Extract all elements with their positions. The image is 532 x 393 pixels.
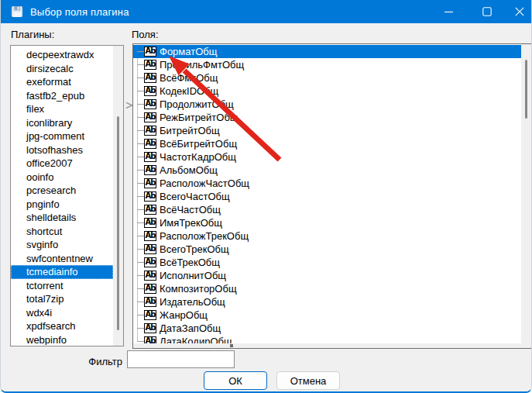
field-tree-item[interactable]: AbРасположТрекОбщ — [133, 229, 521, 243]
text-field-type-icon: Ab — [144, 99, 156, 109]
field-tree-item[interactable]: AbПродолжитОбщ — [133, 98, 521, 111]
field-label: ПрофильФмтОбщ — [160, 59, 244, 71]
field-label: ИздательОбщ — [160, 296, 225, 308]
plugin-list-item[interactable]: pcresearch — [11, 184, 113, 198]
tree-branch-line — [137, 222, 144, 223]
field-tree-item[interactable]: AbРасположЧастОбщ — [133, 177, 521, 190]
plugins-listbox[interactable]: decpeextrawdxdirsizecalcexeformatfastfb2… — [10, 45, 124, 346]
plugin-list-item[interactable]: shortcut — [11, 225, 113, 239]
plugin-list-item[interactable]: total7zip — [11, 292, 113, 306]
text-field-type-icon: Ab — [144, 191, 156, 202]
field-tree-item[interactable]: AbБитрейтОбщ — [133, 124, 521, 137]
plugins-label: Плагины: — [11, 29, 54, 40]
tree-branch-line — [137, 117, 144, 118]
field-tree-item[interactable]: AbФорматОбщ — [133, 45, 521, 58]
field-tree-item[interactable]: AbАльбомОбщ — [133, 164, 521, 177]
field-label: ВсёФмтОбщ — [160, 72, 218, 84]
field-label: ЖанрОбщ — [160, 309, 208, 321]
text-field-type-icon: Ab — [144, 271, 156, 281]
plugin-list-item[interactable]: fastfb2_epub — [11, 89, 113, 103]
filter-input[interactable] — [127, 350, 235, 368]
maximize-icon — [482, 7, 492, 16]
tree-branch-line — [137, 78, 144, 78]
field-tree-item[interactable]: AbИсполнитОбщ — [133, 269, 521, 282]
field-tree-item[interactable]: AbВсёФмтОбщ — [133, 71, 521, 84]
plugin-list-item[interactable]: iconlibrary — [11, 116, 113, 130]
plugin-list-item[interactable]: tctorrent — [11, 279, 113, 293]
field-label: ВсегоЧастОбщ — [160, 191, 230, 202]
tree-branch-line — [137, 262, 144, 263]
cancel-button[interactable]: Отмена — [276, 371, 340, 390]
plugin-list-item[interactable]: ooinfo — [11, 171, 113, 184]
field-label: БитрейтОбщ — [160, 125, 220, 136]
field-tree-item[interactable]: AbИмяТрекОбщ — [133, 216, 521, 229]
minimize-button[interactable] — [433, 0, 464, 23]
field-label: ЧастотКадрОбщ — [160, 151, 236, 163]
plugin-list-item[interactable]: webpinfo — [11, 333, 113, 346]
plugin-list-item[interactable]: dirsizecalc — [11, 62, 113, 76]
plugin-list-item[interactable]: tcmediainfo — [11, 265, 113, 279]
tree-branch-line — [137, 91, 144, 91]
field-tree-item[interactable]: AbВсёТрекОбщ — [133, 256, 521, 269]
tree-branch-line — [137, 302, 144, 302]
field-label: ВсегоТрекОбщ — [160, 243, 229, 255]
field-tree-item[interactable]: AbВсегоЧастОбщ — [133, 190, 521, 203]
field-label: АльбомОбщ — [160, 164, 218, 176]
fields-scrollbar-vertical-thumb[interactable] — [525, 60, 527, 119]
field-tree-item[interactable]: AbКодекIDОбщ — [133, 84, 521, 98]
tree-branch-line — [137, 288, 144, 289]
field-tree-item[interactable]: AbДатаЗапОбщ — [133, 322, 521, 335]
tree-branch-line — [137, 341, 144, 342]
tree-branch-line — [137, 183, 144, 184]
fields-scrollbar-horizontal-thumb[interactable] — [230, 344, 233, 347]
field-label: ИмяТрекОбщ — [160, 217, 222, 229]
minimize-icon — [444, 8, 453, 16]
plugin-list-item[interactable]: office2007 — [11, 157, 113, 171]
filter-label: Фильтр — [78, 356, 122, 367]
field-tree-item[interactable]: AbРежБитрейтОбщ — [133, 111, 521, 124]
field-tree-item[interactable]: AbЖанрОбщ — [133, 309, 521, 322]
tree-root-expander-icon[interactable]: > — [125, 98, 134, 111]
text-field-type-icon: Ab — [144, 257, 156, 267]
tree-branch-line — [137, 143, 144, 144]
plugin-list-item[interactable]: xpdfsearch — [11, 319, 113, 333]
maximize-button[interactable] — [472, 0, 503, 23]
plugins-scrollbar[interactable] — [113, 46, 123, 346]
field-tree-item[interactable]: AbВсегоТрекОбщ — [133, 243, 521, 256]
text-field-type-icon: Ab — [144, 297, 156, 307]
field-tree-item[interactable]: AbВсёЧастОбщ — [133, 203, 521, 216]
plugins-scrollbar-thumb[interactable] — [117, 116, 119, 330]
field-tree-item[interactable]: AbИздательОбщ — [133, 295, 521, 309]
text-field-type-icon: Ab — [144, 47, 156, 57]
field-tree-item[interactable]: AbДатаКодирОбщ — [133, 335, 521, 343]
text-field-type-icon: Ab — [144, 73, 156, 83]
field-label: КомпозиторОбщ — [160, 283, 237, 295]
plugin-list-item[interactable]: wdx4i — [11, 306, 113, 320]
field-tree-item[interactable]: AbВсёБитрейтОбщ — [133, 137, 521, 150]
window-app-icon — [11, 5, 23, 18]
text-field-type-icon: Ab — [144, 126, 156, 136]
text-field-type-icon: Ab — [144, 60, 156, 70]
field-label: ИсполнитОбщ — [160, 270, 226, 281]
plugin-list-item[interactable]: decpeextrawdx — [11, 48, 113, 62]
fields-scrollbar-vertical[interactable] — [521, 44, 531, 348]
plugin-list-item[interactable]: filex — [11, 102, 113, 116]
field-label: КодекIDОбщ — [160, 85, 218, 97]
plugin-list-item[interactable]: swfcontentnew — [11, 252, 113, 266]
field-tree-item[interactable]: AbКомпозиторОбщ — [133, 282, 521, 295]
plugin-list-item[interactable]: lotsofhashes — [11, 143, 113, 157]
plugin-list-item[interactable]: jpg-comment — [11, 129, 113, 143]
ok-button[interactable]: ОК — [204, 371, 267, 390]
plugin-list-item[interactable]: pnginfo — [11, 198, 113, 212]
field-tree-item[interactable]: AbЧастотКадрОбщ — [133, 150, 521, 164]
fields-treebox[interactable]: AbФорматОбщAbПрофильФмтОбщAbВсёФмтОбщAbК… — [132, 43, 532, 349]
tree-branch-line — [137, 249, 144, 250]
tree-branch-line — [137, 315, 144, 315]
field-tree-item[interactable]: AbПрофильФмтОбщ — [133, 58, 521, 71]
fields-scrollbar-horizontal[interactable] — [133, 343, 521, 348]
close-button[interactable] — [504, 0, 532, 23]
plugin-list-item[interactable]: svginfo — [11, 238, 113, 252]
plugin-list-item[interactable]: shelldetails — [11, 211, 113, 225]
plugin-list-item[interactable]: exeformat — [11, 75, 113, 89]
field-label: ВсёЧастОбщ — [160, 204, 221, 215]
